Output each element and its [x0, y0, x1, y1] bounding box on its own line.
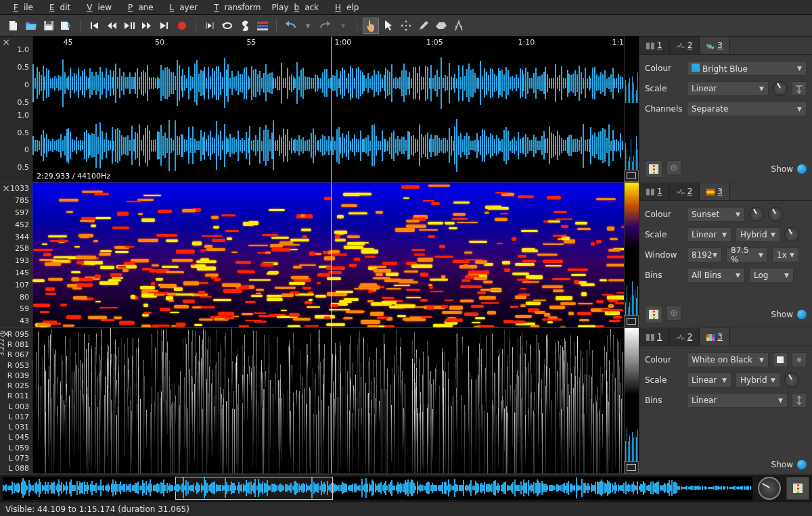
navigate-tool-icon[interactable]	[363, 18, 379, 34]
bins-scale-select[interactable]: Log▼	[749, 268, 794, 283]
menu-bar: File Edit View Pane Layer Transform Play…	[0, 0, 812, 15]
menu-edit[interactable]: Edit	[39, 1, 76, 14]
layer-tab-1[interactable]: 1	[639, 183, 670, 200]
play-pause-icon[interactable]	[121, 18, 137, 34]
layer-tab-2[interactable]: 2	[670, 183, 700, 200]
bins-select[interactable]: Linear▼	[687, 393, 788, 408]
normalize-button[interactable]	[792, 81, 807, 96]
thumbnail-box[interactable]	[624, 461, 639, 473]
peakfreq-view[interactable]	[32, 328, 624, 473]
scale-select[interactable]: Linear▼	[687, 227, 731, 242]
scale-label: Scale	[645, 84, 683, 93]
pane-close-icon[interactable]: ×	[1, 329, 11, 339]
peakfreq-pane[interactable]: × 3.22276 R 095R 081R 067R 053R 039R 025…	[0, 328, 639, 473]
align-icon[interactable]	[254, 18, 271, 34]
spectrogram-view[interactable]	[32, 183, 624, 328]
show-toggle[interactable]	[797, 460, 807, 469]
undo-icon[interactable]	[282, 18, 298, 34]
window-size-select[interactable]: 8192▼	[687, 248, 722, 262]
layer-tab-2[interactable]: 2	[670, 328, 700, 346]
import-audio-icon[interactable]	[58, 18, 74, 34]
play-params-button[interactable]	[786, 477, 809, 500]
erase-tool-icon[interactable]	[433, 18, 449, 34]
show-toggle[interactable]	[797, 164, 807, 174]
spectrogram-properties-panel: 1 2 3 Colour Sunset▼ Scale Linear▼ Hybri…	[639, 183, 812, 328]
svg-rect-18	[651, 334, 654, 341]
layer-target-button[interactable]	[667, 160, 681, 175]
layer-tab-3[interactable]: 3	[700, 328, 730, 346]
save-icon[interactable]	[41, 18, 57, 34]
layer-tab-2[interactable]: 2	[670, 37, 700, 54]
pane-close-icon[interactable]: ×	[1, 184, 11, 193]
play-params-button[interactable]	[645, 160, 662, 178]
redo-icon[interactable]	[317, 18, 334, 34]
overview-waveform[interactable]	[3, 477, 752, 500]
scale-select[interactable]: Linear▼	[687, 81, 769, 96]
threshold-dial[interactable]	[749, 207, 764, 222]
colour-select[interactable]: Sunset▼	[687, 207, 745, 222]
colour-select[interactable]: Bright Blue▼	[687, 61, 807, 76]
rewind-start-icon[interactable]	[86, 18, 102, 34]
rotation-dial[interactable]	[768, 207, 783, 222]
move-tool-icon[interactable]	[398, 18, 414, 34]
waveform-view[interactable]: 4550551:001:051:101:1 2:29.933 / 44100Hz	[32, 37, 624, 182]
forward-end-icon[interactable]	[156, 18, 173, 34]
forward-icon[interactable]	[139, 18, 155, 34]
menu-layer[interactable]: Layer	[159, 1, 203, 14]
layer-tabs: 1 2 3	[639, 37, 812, 55]
redo-dropdown-icon[interactable]: ▾	[335, 18, 351, 34]
normalize-button[interactable]	[792, 393, 807, 408]
draw-tool-icon[interactable]	[415, 18, 432, 34]
select-tool-icon[interactable]	[380, 18, 397, 34]
layer-target-button[interactable]	[667, 306, 681, 321]
layer-target-button[interactable]	[792, 352, 807, 367]
new-session-icon[interactable]	[5, 18, 22, 34]
playback-speed-dial[interactable]	[758, 477, 781, 500]
loop-icon[interactable]	[219, 18, 235, 34]
spectrogram-pane[interactable]: × 1033785597452344258193145107805943	[0, 183, 639, 328]
menu-view[interactable]: View	[76, 1, 117, 14]
freq-scale-select[interactable]: Hybrid▼	[736, 227, 780, 242]
layer-tab-1[interactable]: 1	[639, 37, 670, 54]
solo-icon[interactable]	[237, 18, 253, 34]
scale-select[interactable]: Linear▼	[687, 373, 731, 388]
colour-label: Colour	[645, 355, 683, 365]
rewind-icon[interactable]	[104, 18, 120, 34]
play-selection-icon[interactable]	[202, 18, 218, 34]
window-overlap-select[interactable]: 87.5 %▼	[726, 248, 768, 262]
playhead[interactable]	[331, 328, 332, 473]
bins-label: Bins	[645, 271, 683, 280]
gain-dial[interactable]	[773, 81, 788, 96]
play-params-button[interactable]	[645, 306, 662, 323]
menu-transform[interactable]: Transform	[203, 1, 266, 14]
pane-close-icon[interactable]: ×	[1, 38, 11, 47]
thumbnail-box[interactable]	[624, 315, 639, 327]
layer-tab-1[interactable]: 1	[639, 328, 670, 346]
oversample-select[interactable]: 1x▼	[772, 248, 799, 262]
show-toggle[interactable]	[797, 310, 807, 319]
svg-rect-20	[709, 334, 712, 337]
svg-rect-24	[712, 337, 715, 341]
menu-pane[interactable]: Pane	[117, 1, 159, 14]
spectrogram-level-strip	[624, 183, 639, 328]
playhead[interactable]	[331, 37, 332, 182]
channels-select[interactable]: Separate▼	[687, 101, 807, 116]
gain-dial[interactable]	[784, 373, 799, 388]
layer-tab-3[interactable]: 3	[700, 183, 730, 200]
layer-tab-3[interactable]: 3	[700, 37, 730, 54]
undo-dropdown-icon[interactable]: ▾	[300, 18, 316, 34]
playhead[interactable]	[331, 183, 332, 328]
colour-select[interactable]: White on Black▼	[687, 352, 769, 367]
menu-help[interactable]: Help	[324, 1, 364, 14]
open-icon[interactable]	[23, 18, 39, 34]
record-icon[interactable]	[174, 18, 190, 34]
invert-button[interactable]	[773, 352, 788, 367]
freq-scale-select[interactable]: Hybrid▼	[736, 373, 780, 388]
waveform-pane[interactable]: × 1.00.500.51.00.500.5 4550551:001:051:1…	[0, 37, 639, 182]
bins-select[interactable]: All Bins▼	[687, 268, 745, 283]
measure-tool-icon[interactable]	[451, 18, 467, 34]
menu-file[interactable]: File	[3, 1, 39, 14]
gain-dial[interactable]	[784, 227, 799, 242]
menu-playback[interactable]: Playback	[267, 1, 325, 14]
thumbnail-box[interactable]	[624, 170, 639, 182]
